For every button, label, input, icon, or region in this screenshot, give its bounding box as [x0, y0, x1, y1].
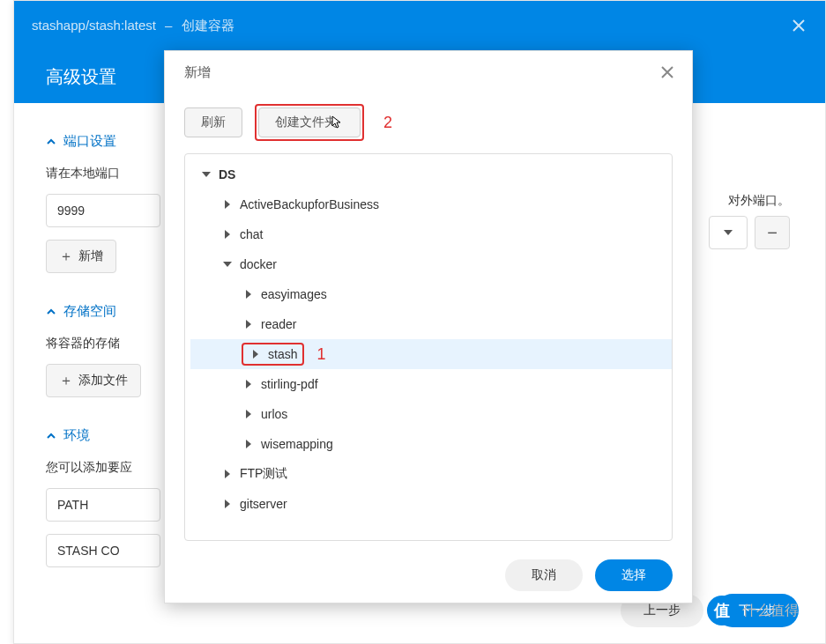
chevron-down-icon — [724, 230, 733, 235]
tree-node-label: chat — [240, 227, 263, 241]
port-input[interactable]: 9999 — [46, 194, 160, 227]
tree-node-label: stash — [268, 347, 297, 361]
tree-node-label: stirling-pdf — [261, 377, 318, 391]
triangle-right-icon — [220, 230, 234, 239]
plus-icon: ＋ — [59, 372, 73, 390]
add-file-button[interactable]: ＋ 添加文件 — [46, 364, 141, 397]
add-file-label: 添加文件 — [78, 373, 128, 389]
add-port-label: 新增 — [78, 248, 103, 264]
dialog-cancel-button[interactable]: 取消 — [505, 559, 583, 591]
plus-icon: ＋ — [59, 248, 73, 266]
triangle-down-icon — [199, 172, 213, 177]
tree-node-label: FTP测试 — [240, 466, 287, 482]
tree-node-label: wisemapping — [261, 437, 333, 451]
annotation-box-1: stash — [242, 343, 304, 366]
tree-node-ds[interactable]: DS — [190, 159, 672, 189]
tree-node-label: DS — [219, 167, 235, 181]
folder-picker-dialog: 新增 刷新 创建文件夹 2 DSActiveBackupforBusinessc… — [164, 50, 693, 603]
triangle-right-icon — [242, 410, 256, 418]
outer-title: stashapp/stash:latest – 创建容器 — [32, 18, 234, 34]
outer-close-button[interactable] — [786, 13, 811, 38]
tree-node-stirling-pdf[interactable]: stirling-pdf — [190, 369, 672, 399]
section-env-title: 环境 — [63, 427, 90, 444]
annotation-1: 1 — [316, 345, 325, 364]
tree-node-gitserver[interactable]: gitserver — [190, 489, 672, 519]
create-folder-button[interactable]: 创建文件夹 — [258, 107, 361, 137]
tree-node-label: easyimages — [261, 287, 327, 301]
triangle-right-icon — [220, 500, 234, 508]
tree-node-easyimages[interactable]: easyimages — [190, 279, 672, 309]
outer-header: stashapp/stash:latest – 创建容器 — [14, 1, 825, 50]
tree-node-wisemapping[interactable]: wisemapping — [190, 429, 672, 459]
tree-node-reader[interactable]: reader — [190, 309, 672, 339]
triangle-right-icon — [249, 350, 263, 359]
port-desc-right: 对外端口。 — [728, 193, 790, 209]
section-storage-title: 存储空间 — [63, 303, 116, 320]
folder-tree[interactable]: DSActiveBackupforBusinesschatdockereasyi… — [190, 159, 672, 535]
annotation-2: 2 — [383, 114, 392, 132]
tree-node-activebackupforbusiness[interactable]: ActiveBackupforBusiness — [190, 189, 672, 219]
triangle-right-icon — [242, 320, 256, 329]
tree-node-label: ActiveBackupforBusiness — [240, 197, 379, 211]
section-port-title: 端口设置 — [63, 133, 116, 150]
tree-node-label: reader — [261, 317, 296, 331]
tree-node-label: docker — [240, 257, 277, 271]
dialog-close-button[interactable] — [655, 60, 680, 85]
triangle-right-icon — [242, 290, 256, 299]
tree-node-label: gitserver — [240, 497, 287, 511]
dialog-title: 新增 — [184, 64, 211, 81]
close-icon — [792, 19, 806, 33]
triangle-right-icon — [242, 440, 256, 448]
tree-node-urlos[interactable]: urlos — [190, 399, 672, 429]
triangle-right-icon — [220, 470, 234, 478]
cursor-icon — [331, 115, 344, 130]
chevron-up-icon — [46, 307, 56, 317]
chevron-up-icon — [46, 431, 56, 441]
tree-node-stash[interactable]: stash1 — [190, 339, 672, 369]
remove-port-button[interactable]: − — [755, 216, 790, 249]
image-name: stashapp/stash:latest — [32, 18, 156, 33]
watermark: 值 什么值得 — [707, 596, 799, 625]
refresh-button[interactable]: 刷新 — [184, 107, 242, 137]
protocol-dropdown[interactable] — [709, 216, 748, 249]
tree-node-chat[interactable]: chat — [190, 219, 672, 249]
triangle-right-icon — [220, 200, 234, 209]
chevron-up-icon — [46, 137, 56, 147]
env-row-path[interactable]: PATH — [46, 488, 160, 522]
tree-node-ftp-[interactable]: FTP测试 — [190, 459, 672, 489]
close-icon — [660, 65, 674, 79]
add-port-button[interactable]: ＋ 新增 — [46, 240, 116, 273]
tree-node-docker[interactable]: docker — [190, 249, 672, 279]
triangle-right-icon — [242, 380, 256, 389]
dialog-select-button[interactable]: 选择 — [595, 559, 673, 591]
watermark-logo-icon: 值 — [707, 596, 737, 625]
tree-node-label: urlos — [261, 407, 287, 421]
title-suffix: 创建容器 — [182, 18, 234, 33]
watermark-text: 什么值得 — [742, 602, 799, 620]
triangle-down-icon — [220, 262, 234, 267]
advanced-title: 高级设置 — [46, 65, 116, 89]
env-row-stash[interactable]: STASH CO — [46, 534, 160, 567]
annotation-box-2: 创建文件夹 — [255, 104, 364, 141]
